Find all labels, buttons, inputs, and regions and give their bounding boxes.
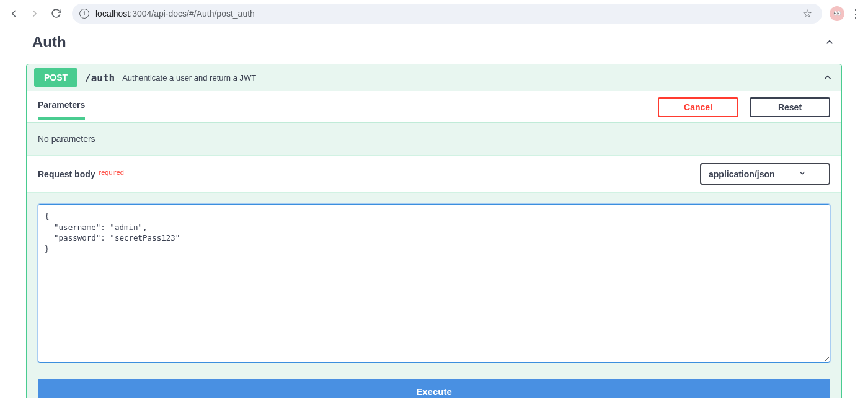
- parameters-tab[interactable]: Parameters: [38, 100, 85, 120]
- address-bar[interactable]: i localhost:3004/api-docs/#/Auth/post_au…: [72, 4, 822, 24]
- tag-collapse-chevron-icon[interactable]: [823, 36, 836, 48]
- operation-block-post-auth: POST /auth Authenticate a user and retur…: [26, 64, 842, 398]
- tag-header[interactable]: Auth: [0, 27, 868, 60]
- request-body-label: Request body: [38, 169, 95, 179]
- bookmark-star-icon[interactable]: ☆: [800, 7, 815, 20]
- cancel-button[interactable]: Cancel: [658, 97, 738, 117]
- request-body-textarea[interactable]: [38, 204, 830, 363]
- reload-button[interactable]: [47, 5, 64, 22]
- back-button[interactable]: [5, 5, 22, 22]
- tag-title: Auth: [32, 33, 66, 51]
- browser-toolbar: i localhost:3004/api-docs/#/Auth/post_au…: [0, 0, 868, 27]
- no-parameters-text: No parameters: [27, 122, 841, 155]
- execute-button[interactable]: Execute: [38, 379, 830, 398]
- operation-summary-bar[interactable]: POST /auth Authenticate a user and retur…: [27, 64, 841, 91]
- content-type-select[interactable]: application/json: [700, 163, 830, 185]
- operation-description: Authenticate a user and return a JWT: [122, 73, 256, 82]
- profile-avatar[interactable]: 👀: [830, 6, 844, 21]
- operation-collapse-chevron-icon[interactable]: [822, 71, 834, 84]
- swagger-page: Auth POST /auth Authenticate a user and …: [0, 27, 868, 398]
- forward-button[interactable]: [26, 5, 43, 22]
- chevron-down-icon: [798, 169, 807, 179]
- reset-button[interactable]: Reset: [750, 97, 830, 117]
- required-badge: required: [99, 169, 124, 176]
- operation-path: /auth: [85, 72, 115, 84]
- request-body-header: Request body required application/json: [27, 155, 841, 193]
- content-type-value: application/json: [709, 169, 775, 179]
- http-method-badge: POST: [34, 68, 78, 87]
- browser-menu-icon[interactable]: ⋮: [848, 7, 863, 20]
- site-info-icon[interactable]: i: [79, 9, 89, 19]
- url-text: localhost:3004/api-docs/#/Auth/post_auth: [95, 9, 255, 19]
- parameters-header: Parameters Cancel Reset: [27, 91, 841, 122]
